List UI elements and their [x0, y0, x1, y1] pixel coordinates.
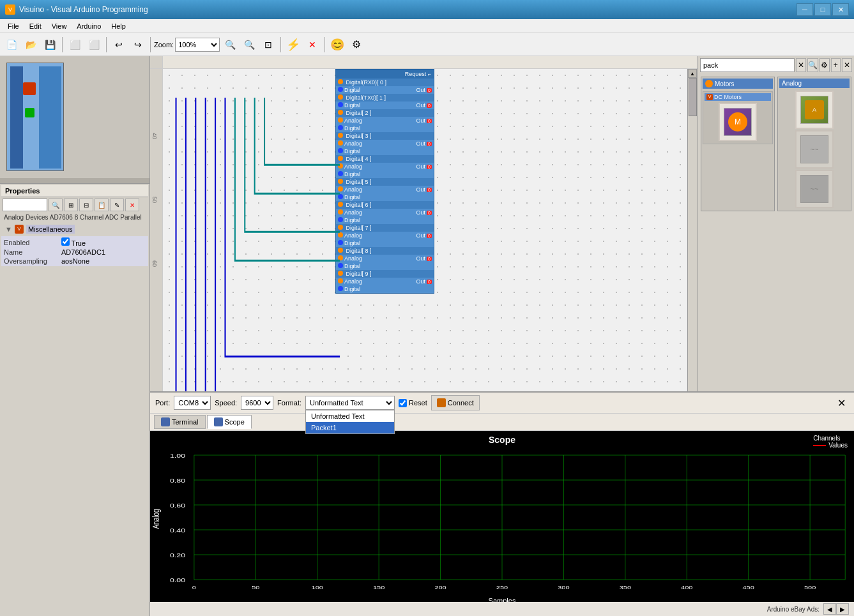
format-option-packet1[interactable]: Packet1	[306, 422, 394, 433]
zoom-out-button[interactable]: 🔍	[240, 36, 258, 54]
scope-tab[interactable]: Scope	[207, 415, 252, 429]
svg-text:0.40: 0.40	[170, 527, 185, 534]
pin-digital-row-5: Digital	[336, 193, 434, 201]
pin-d7-dot	[338, 225, 343, 230]
pin-d4-dot	[338, 156, 343, 161]
analog-component-3[interactable]: ~~	[795, 170, 834, 208]
analog-category-header: Analog	[779, 79, 850, 88]
maximize-button[interactable]: □	[814, 3, 831, 16]
prop-search-input[interactable]	[3, 199, 47, 211]
component-search-input[interactable]	[700, 58, 795, 72]
pin-analog-row-6: Analog Out0	[336, 209, 434, 216]
port-label: Port:	[155, 399, 170, 407]
analog-icon-3: ~~	[800, 175, 828, 203]
pin-d4-header: Digital[ 4 ]	[336, 155, 434, 163]
search-add-button[interactable]: +	[831, 58, 841, 72]
toolbar-btn-3[interactable]: ⬜	[85, 36, 103, 54]
zoom-fit-button[interactable]: ⊡	[259, 36, 277, 54]
save-button[interactable]: 💾	[41, 36, 59, 54]
pin-d2-dot	[338, 110, 343, 115]
ruler-v-mark-50: 50	[151, 197, 158, 203]
properties-panel: Properties 🔍 ⊞ ⊟ 📋 ✎ ✕ Analog Devices AD…	[0, 184, 149, 616]
scroll-up-button[interactable]: ▲	[688, 69, 697, 78]
format-select[interactable]: Unformatted Text Packet1	[305, 396, 395, 410]
compile-button[interactable]: ⚡	[284, 36, 302, 54]
analog-component-1[interactable]: A	[795, 91, 834, 129]
search-clear-button[interactable]: ✕	[796, 58, 806, 72]
serial-close-button[interactable]: ✕	[834, 395, 849, 410]
menu-file[interactable]: File	[3, 21, 24, 31]
pin-d8-header: Digital[ 8 ]	[336, 247, 434, 255]
format-option-unformatted[interactable]: Unformatted Text	[306, 410, 394, 422]
prop-btn-2[interactable]: ⊟	[79, 199, 93, 211]
redo-button[interactable]: ↪	[129, 36, 147, 54]
ruler-v-mark-60: 60	[151, 260, 158, 267]
properties-title: Properties	[5, 187, 40, 195]
enabled-checkbox[interactable]	[61, 237, 70, 246]
connect-button[interactable]: Connect	[431, 395, 480, 410]
ads-prev-button[interactable]: ◀	[823, 603, 836, 615]
dc-motor-component[interactable]: M	[719, 103, 757, 141]
pin-d3-dot	[338, 133, 343, 138]
ads-bar: Arduino eBay Ads: ◀ ▶	[150, 602, 854, 616]
scroll-thumb-v[interactable]	[689, 78, 697, 116]
svg-text:350: 350	[620, 585, 631, 590]
svg-text:Analog: Analog	[151, 509, 161, 529]
pin-analog-row-7: Analog Out0	[336, 232, 434, 239]
preview-resize-handle[interactable]	[0, 178, 149, 183]
new-button[interactable]: 📄	[3, 36, 20, 54]
speed-select[interactable]: 9600	[241, 396, 273, 410]
prop-btn-1[interactable]: ⊞	[64, 199, 78, 211]
prop-search-button[interactable]: 🔍	[49, 199, 63, 211]
terminal-tab[interactable]: Terminal	[154, 415, 206, 429]
zoom-select[interactable]: 50% 75% 100% 125% 150% 200%	[175, 38, 220, 52]
title-bar-left: V Visuino - Visual Arduino Programming	[5, 4, 148, 15]
prop-value-enabled: True	[61, 237, 146, 247]
motors-label: Motors	[715, 80, 735, 87]
search-settings-button[interactable]: ⚙	[820, 58, 830, 72]
menu-arduino[interactable]: Arduino	[72, 21, 106, 31]
menu-view[interactable]: View	[47, 21, 72, 31]
scope-tab-icon	[214, 417, 223, 426]
minimize-button[interactable]: ─	[797, 3, 813, 16]
port-select[interactable]: COM8	[174, 396, 211, 410]
out-badge-a5: 0	[427, 188, 432, 192]
pin-digital-row-8: Digital	[336, 262, 434, 270]
svg-text:50: 50	[252, 585, 259, 590]
search-remove-button[interactable]: ✕	[842, 58, 852, 72]
preview-thumbnail	[6, 63, 64, 171]
pin-d5-dot	[338, 179, 343, 184]
delete-button[interactable]: ✕	[303, 36, 321, 54]
menu-edit[interactable]: Edit	[24, 21, 47, 31]
channels-label: Channels	[813, 435, 848, 442]
component-categories: Motors V DC Motors M	[698, 74, 854, 214]
toolbar-btn-2[interactable]: ⬜	[66, 36, 84, 54]
undo-button[interactable]: ↩	[110, 36, 128, 54]
close-button[interactable]: ✕	[832, 3, 849, 16]
prop-tree-root[interactable]: ▼ V Miscellaneous	[3, 223, 147, 235]
pin-digital-dot-1	[338, 102, 343, 107]
menu-help[interactable]: Help	[106, 21, 131, 31]
zoom-in-button[interactable]: 🔍	[221, 36, 239, 54]
prop-btn-3[interactable]: 📋	[95, 199, 109, 211]
ads-next-button[interactable]: ▶	[836, 603, 849, 615]
prop-value-oversampling: aosNone	[61, 257, 146, 265]
analog-component-2[interactable]: ~~	[795, 130, 834, 169]
prop-btn-4[interactable]: ✎	[110, 199, 124, 211]
open-button[interactable]: 📂	[22, 36, 40, 54]
upload-button[interactable]: 😊	[328, 36, 346, 54]
out-badge-a4: 0	[427, 165, 432, 169]
preview-area	[0, 56, 149, 184]
reset-checkbox[interactable]	[399, 399, 407, 407]
settings-button[interactable]: ⚙	[347, 36, 365, 54]
pin-rx0-header: Digital(RX0)[ 0 ]	[336, 79, 434, 86]
toolbar-sep-4	[280, 37, 281, 52]
prop-btn-5[interactable]: ✕	[125, 199, 139, 211]
pin-digital-dot-8	[338, 263, 343, 268]
arduino-adc-block[interactable]: Request ⌐ Digital(RX0)[ 0 ] Digital Out0	[335, 69, 434, 294]
search-nav-button[interactable]: 🔍	[807, 58, 818, 72]
properties-rows: Enabled True Name AD7606ADC1 Oversamplin…	[1, 236, 148, 266]
zoom-label: Zoom:	[154, 41, 174, 49]
ruler-corner	[150, 56, 163, 69]
svg-text:400: 400	[681, 585, 692, 590]
